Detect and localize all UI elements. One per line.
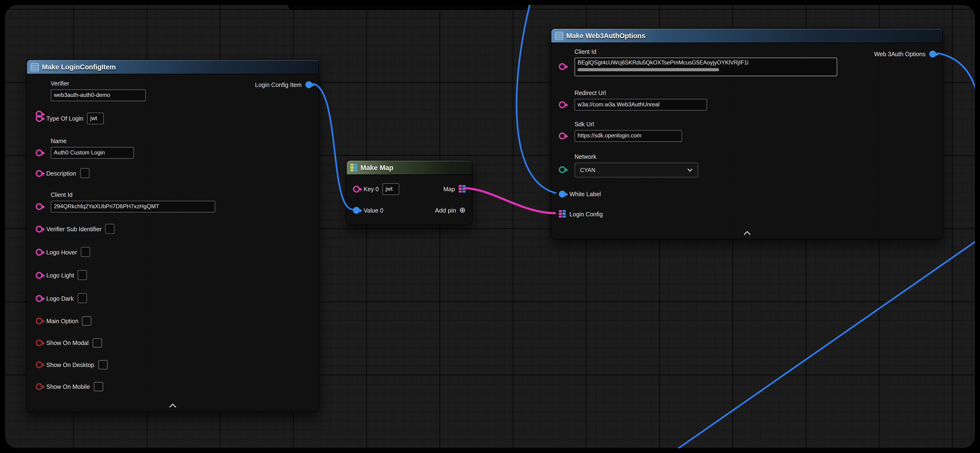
network-dropdown[interactable]: CYAN <box>574 163 698 177</box>
output-pin-label: Web 3Auth Options <box>874 50 926 57</box>
field-label: Logo Dark <box>46 295 74 302</box>
name-input[interactable]: Auth0 Custom Login <box>51 147 134 159</box>
field-label: Description <box>46 169 76 176</box>
make-struct-icon <box>555 32 563 40</box>
collapse-node-button[interactable] <box>27 402 318 408</box>
node-title: Make Web3AuthOptions <box>566 32 645 40</box>
input-pin-client-id[interactable] <box>36 203 43 210</box>
client-id-input[interactable]: 294QRkchfq2YaXUbPri7D6PH7xzHgQMT <box>51 201 215 212</box>
field-logo-dark: Logo Dark <box>36 292 87 304</box>
plus-circle-icon: ⊕ <box>459 206 466 214</box>
input-pin-key-0[interactable] <box>353 185 360 192</box>
add-pin-button[interactable]: Add pin ⊕ <box>435 204 466 216</box>
field-label: Main Option <box>46 317 78 324</box>
field-label: Verifier <box>51 79 146 87</box>
type-of-login-input[interactable]: jwt <box>87 112 104 124</box>
input-pin-name[interactable] <box>36 149 43 156</box>
field-login-config: Login Config <box>559 207 603 220</box>
blueprint-graph-canvas[interactable]: Make LoginConfigItem Login Config Item V… <box>5 5 975 448</box>
output-pin-web3auth-options[interactable] <box>929 50 936 57</box>
input-pin-network[interactable] <box>559 166 566 173</box>
field-verifier-sub-identifier: Verifier Sub Identifier <box>36 222 115 235</box>
field-client-id: Client Id 294QRkchfq2YaXUbPri7D6PH7xzHgQ… <box>51 191 215 215</box>
node-title: Make Map <box>361 164 393 171</box>
input-pin-login-config[interactable] <box>559 210 566 217</box>
input-pin-value-0[interactable] <box>353 207 360 214</box>
field-label: Logo Hover <box>46 249 77 255</box>
chevron-up-icon <box>743 231 751 236</box>
field-description: Description <box>36 167 89 179</box>
wire-map-to-loginconfig[interactable] <box>464 188 556 213</box>
field-show-on-mobile: Show On Mobile <box>36 380 103 393</box>
field-label: Sdk Url <box>574 120 682 128</box>
input-pin-type-of-login[interactable] <box>36 115 43 122</box>
field-redirect-url: Redirect Url w3a://com.w3a.Web3AuthUnrea… <box>574 89 707 113</box>
description-input[interactable] <box>80 168 89 178</box>
field-show-on-modal: Show On Modal <box>36 336 102 349</box>
input-pin-client-id[interactable] <box>559 63 566 70</box>
field-logo-light: Logo Light <box>36 269 87 282</box>
show-on-desktop-checkbox[interactable] <box>98 360 107 369</box>
node-header-make-loginconfigitem[interactable]: Make LoginConfigItem <box>27 60 318 74</box>
field-key-0: Key 0 jwt <box>353 182 399 195</box>
wire-bottom-right[interactable] <box>672 239 975 448</box>
wire-top-to-whitelabel[interactable] <box>517 5 557 193</box>
field-label: Client Id <box>574 48 837 56</box>
logo-light-input[interactable] <box>78 270 87 280</box>
field-value-0: Value 0 <box>353 204 383 216</box>
input-pin-show-on-mobile[interactable] <box>36 383 43 390</box>
field-label: Verifier Sub Identifier <box>46 225 102 232</box>
field-type-of-login: Type Of Login jwt <box>36 112 104 124</box>
input-pin-white-label[interactable] <box>559 190 566 197</box>
field-label: White Label <box>570 190 601 197</box>
chevron-down-icon <box>687 168 693 172</box>
client-id-text: BEglQSgt4cUWcj6SKRdu5QkOXTsePmMcusG5EAoy… <box>578 59 749 66</box>
map-output-pin-icon[interactable] <box>459 185 466 193</box>
field-logo-hover: Logo Hover <box>36 246 90 258</box>
input-pin-redirect-url[interactable] <box>559 101 566 108</box>
client-id-input[interactable]: BEglQSgt4cUWcj6SKRdu5QkOXTsePmMcusG5EAoy… <box>574 57 837 76</box>
field-label: Network <box>574 152 698 161</box>
field-label: Name <box>51 137 134 145</box>
main-option-checkbox[interactable] <box>82 316 92 326</box>
offscreen-node-edge <box>288 5 528 10</box>
output-row: Web 3Auth Options <box>874 48 936 60</box>
logo-hover-input[interactable] <box>81 247 91 257</box>
node-make-web3authoptions[interactable]: Make Web3AuthOptions Web 3Auth Options C… <box>551 28 943 239</box>
input-pin-show-on-modal[interactable] <box>36 339 43 346</box>
field-network: Network CYAN <box>574 152 698 178</box>
node-make-loginconfigitem[interactable]: Make LoginConfigItem Login Config Item V… <box>26 59 319 412</box>
field-label: Key 0 <box>364 185 379 192</box>
verifier-input[interactable]: web3auth-auth0-demo <box>51 89 146 101</box>
show-on-modal-checkbox[interactable] <box>92 338 102 347</box>
field-label: Show On Desktop <box>46 361 94 368</box>
redirect-url-input[interactable]: w3a://com.w3a.Web3AuthUnreal <box>574 99 707 111</box>
input-pin-logo-hover[interactable] <box>36 249 43 255</box>
input-pin-logo-light[interactable] <box>36 271 43 279</box>
sdk-url-input[interactable]: https://sdk.openlogin.com <box>574 130 682 142</box>
input-pin-logo-dark[interactable] <box>36 295 43 302</box>
logo-dark-input[interactable] <box>78 293 87 303</box>
node-make-map[interactable]: Make Map Key 0 jwt Map Value 0 Add pin ⊕ <box>346 160 473 225</box>
key-0-input[interactable]: jwt <box>383 183 399 195</box>
input-pin-description[interactable] <box>36 169 43 176</box>
horizontal-scrollbar[interactable] <box>578 68 719 71</box>
node-header-make-map[interactable]: Make Map <box>347 161 472 175</box>
input-pin-sdk-url[interactable] <box>559 132 566 139</box>
field-label: Value 0 <box>364 207 383 214</box>
field-white-label: White Label <box>559 188 601 200</box>
input-pin-main-option[interactable] <box>36 317 43 324</box>
node-header-make-web3authoptions[interactable]: Make Web3AuthOptions <box>551 29 942 43</box>
output-pin-login-config-item[interactable] <box>305 81 312 88</box>
field-name: Name Auth0 Custom Login <box>51 137 134 162</box>
field-client-id: Client Id BEglQSgt4cUWcj6SKRdu5QkOXTsePm… <box>574 48 837 79</box>
show-on-mobile-checkbox[interactable] <box>94 382 103 391</box>
field-label: Redirect Url <box>574 89 707 97</box>
verifier-sub-identifier-input[interactable] <box>105 224 115 234</box>
collapse-node-button[interactable] <box>551 230 942 236</box>
field-verifier: Verifier web3auth-auth0-demo <box>51 79 146 104</box>
input-pin-show-on-desktop[interactable] <box>36 361 43 368</box>
field-show-on-desktop: Show On Desktop <box>36 358 107 371</box>
make-struct-icon <box>30 63 39 71</box>
input-pin-verifier-sub-identifier[interactable] <box>36 225 43 232</box>
